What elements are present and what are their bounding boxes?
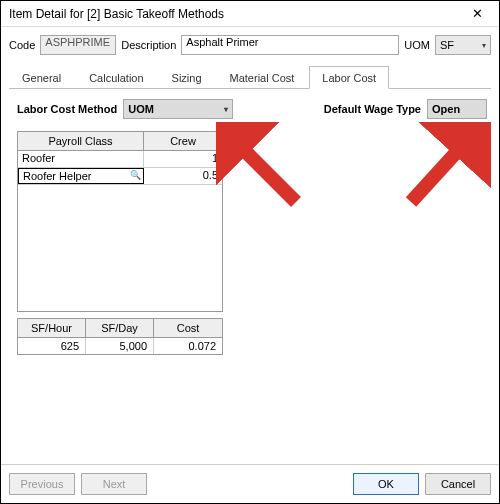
cell-crew[interactable]: 1 bbox=[144, 151, 222, 167]
next-button[interactable]: Next bbox=[81, 473, 147, 495]
labor-method-value: UOM bbox=[128, 103, 154, 115]
table-row[interactable]: Roofer Helper 🔍 0.5 bbox=[18, 168, 222, 185]
description-field[interactable]: Asphalt Primer bbox=[181, 35, 399, 55]
crew-grid[interactable]: Payroll Class Crew Roofer 1 Roofer Helpe… bbox=[17, 131, 223, 312]
tab-strip: General Calculation Sizing Material Cost… bbox=[9, 65, 491, 89]
table-row[interactable]: Roofer 1 bbox=[18, 151, 222, 168]
annotation-arrow-icon bbox=[401, 122, 491, 212]
tab-labor-cost[interactable]: Labor Cost bbox=[309, 66, 389, 89]
value-sf-day[interactable]: 5,000 bbox=[86, 338, 154, 354]
lookup-icon[interactable]: 🔍 bbox=[130, 170, 141, 180]
uom-value: SF bbox=[440, 39, 454, 51]
tab-general[interactable]: General bbox=[9, 66, 74, 89]
grid-body: Roofer 1 Roofer Helper 🔍 0.5 bbox=[18, 151, 222, 311]
content-area: Code ASPHPRIME Description Asphalt Prime… bbox=[1, 27, 499, 464]
wage-type-select[interactable]: Open bbox=[427, 99, 487, 119]
cancel-button[interactable]: Cancel bbox=[425, 473, 491, 495]
cell-payroll-class[interactable]: Roofer bbox=[18, 151, 144, 167]
previous-button[interactable]: Previous bbox=[9, 473, 75, 495]
close-button[interactable]: ✕ bbox=[459, 3, 495, 25]
uom-select[interactable]: SF ▾ bbox=[435, 35, 491, 55]
title-bar: Item Detail for [2] Basic Takeoff Method… bbox=[1, 1, 499, 27]
value-cost[interactable]: 0.072 bbox=[154, 338, 222, 354]
code-label: Code bbox=[9, 39, 35, 51]
cell-payroll-class[interactable]: Roofer Helper 🔍 bbox=[18, 168, 144, 184]
summary-row: 625 5,000 0.072 bbox=[18, 338, 222, 354]
svg-line-1 bbox=[411, 134, 473, 202]
tab-material-cost[interactable]: Material Cost bbox=[217, 66, 308, 89]
dialog-window: Item Detail for [2] Basic Takeoff Method… bbox=[0, 0, 500, 504]
code-field[interactable]: ASPHPRIME bbox=[40, 35, 116, 55]
labor-options-row: Labor Cost Method UOM ▾ Default Wage Typ… bbox=[17, 99, 487, 119]
close-icon: ✕ bbox=[472, 6, 483, 21]
summary-grid: SF/Hour SF/Day Cost 625 5,000 0.072 bbox=[17, 318, 223, 355]
header-fields-row: Code ASPHPRIME Description Asphalt Prime… bbox=[9, 35, 491, 55]
labor-method-label: Labor Cost Method bbox=[17, 103, 117, 115]
header-sf-hour: SF/Hour bbox=[18, 319, 86, 337]
tab-calculation[interactable]: Calculation bbox=[76, 66, 156, 89]
cell-crew[interactable]: 0.5 bbox=[144, 168, 222, 184]
ok-button[interactable]: OK bbox=[353, 473, 419, 495]
header-cost: Cost bbox=[154, 319, 222, 337]
annotation-arrow-icon bbox=[216, 122, 306, 212]
header-payroll-class: Payroll Class bbox=[18, 132, 144, 150]
chevron-down-icon: ▾ bbox=[224, 105, 228, 114]
uom-label: UOM bbox=[404, 39, 430, 51]
svg-line-0 bbox=[228, 134, 296, 202]
grid-header: Payroll Class Crew bbox=[18, 132, 222, 151]
summary-header: SF/Hour SF/Day Cost bbox=[18, 319, 222, 338]
value-sf-hour[interactable]: 625 bbox=[18, 338, 86, 354]
cell-text: Roofer Helper bbox=[23, 170, 91, 182]
wage-type-label: Default Wage Type bbox=[324, 103, 421, 115]
labor-method-select[interactable]: UOM ▾ bbox=[123, 99, 233, 119]
chevron-down-icon: ▾ bbox=[482, 41, 486, 50]
header-crew: Crew bbox=[144, 132, 222, 150]
dialog-footer: Previous Next OK Cancel bbox=[1, 464, 499, 503]
description-label: Description bbox=[121, 39, 176, 51]
window-title: Item Detail for [2] Basic Takeoff Method… bbox=[9, 7, 459, 21]
wage-type-value: Open bbox=[432, 103, 460, 115]
tab-sizing[interactable]: Sizing bbox=[159, 66, 215, 89]
header-sf-day: SF/Day bbox=[86, 319, 154, 337]
